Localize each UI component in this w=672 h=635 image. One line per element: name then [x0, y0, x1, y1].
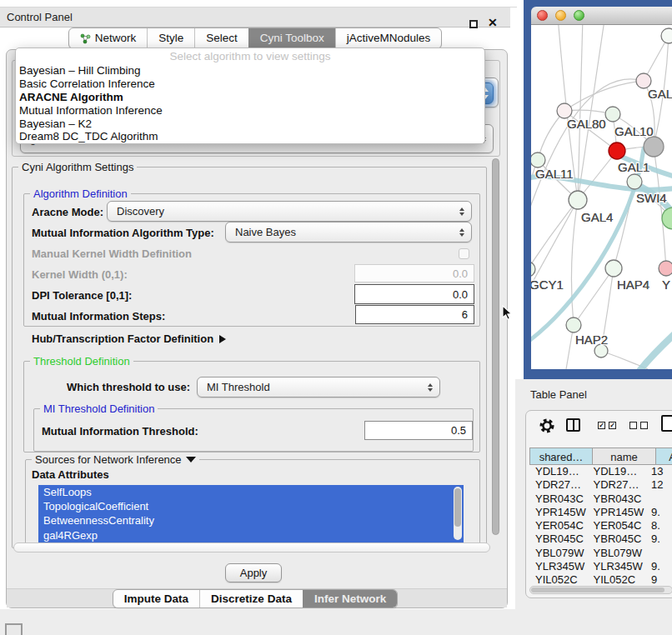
table-row[interactable]: YBR045CYBR045C9.: [529, 532, 672, 546]
attributes-scrollbar[interactable]: [454, 487, 462, 540]
gear-icon[interactable]: [538, 417, 556, 435]
table-header-row: shared…nameA: [529, 448, 672, 465]
node-label: GCY1: [531, 278, 564, 292]
unchecked-pair-icon[interactable]: [629, 422, 648, 429]
data-attributes-list[interactable]: SelfLoopsTopologicalCoefficientBetweenne…: [38, 485, 464, 542]
kernel-width-input[interactable]: [354, 264, 474, 282]
mi-steps-label: Mutual Information Steps:: [32, 310, 165, 322]
which-threshold-value: MI Threshold: [207, 381, 270, 393]
cyni-settings-group-title: Cyni Algorithm Settings: [18, 161, 137, 173]
mi-steps-input[interactable]: [355, 305, 474, 324]
tab-style[interactable]: Style: [147, 28, 194, 48]
zoom-window-icon[interactable]: [574, 10, 584, 21]
algorithm-option[interactable]: Mutual Information Inference: [16, 104, 484, 118]
tab-network[interactable]: Network: [69, 28, 148, 48]
settings-vertical-scrollbar[interactable]: [490, 157, 502, 552]
dpi-tolerance-input[interactable]: [354, 284, 474, 304]
network-node[interactable]: [659, 261, 672, 276]
hub-section-toggle[interactable]: Hub/Transcription Factor Definition: [32, 332, 226, 345]
network-node[interactable]: [531, 152, 545, 168]
column-header-name[interactable]: name: [593, 448, 656, 465]
which-threshold-combobox[interactable]: MI Threshold: [197, 377, 440, 398]
table-cell: YBL079W: [588, 547, 646, 560]
network-node[interactable]: [531, 262, 535, 277]
network-node[interactable]: [566, 318, 581, 332]
algorithm-option[interactable]: Bayesian – Hill Climbing: [16, 64, 484, 78]
attribute-list-item[interactable]: SelfLoops: [38, 485, 464, 499]
table-cell: YLR345W: [588, 560, 646, 573]
column-header-a[interactable]: A: [656, 448, 672, 465]
table-cell: 13: [645, 465, 672, 478]
network-window-titlebar[interactable]: [531, 7, 672, 25]
file-icon[interactable]: [661, 415, 672, 432]
node-label: Y: [662, 278, 670, 292]
network-graph[interactable]: GALGALGAL80GAL80GAL10GAL10GAL1GAL1GAL11G…: [531, 25, 672, 369]
network-node[interactable]: [569, 191, 587, 209]
table-horizontal-scrollbar[interactable]: [529, 586, 672, 594]
network-node[interactable]: [627, 174, 642, 189]
collapsed-panel-icon[interactable]: [5, 623, 23, 635]
apply-button[interactable]: Apply: [225, 563, 282, 582]
table-cell: [645, 547, 672, 560]
aracne-mode-combobox[interactable]: Discovery: [107, 201, 472, 222]
algorithm-option[interactable]: Basic Correlation Inference: [16, 78, 484, 91]
network-node[interactable]: [605, 260, 622, 277]
attribute-list-item[interactable]: gal4RGexp: [38, 528, 464, 542]
aracne-mode-label: Aracne Mode:: [32, 206, 103, 218]
close-window-icon[interactable]: [537, 10, 548, 21]
network-node[interactable]: [661, 28, 672, 43]
mi-type-combobox[interactable]: Naive Bayes: [225, 222, 472, 242]
table-panel-region: Table Panel ✓ ✓ shared…nameA YDL19…YDL19…: [515, 379, 672, 635]
table-row[interactable]: YBR043CYBR043C: [529, 492, 672, 506]
kernel-width-label: Kernel Width (0,1):: [32, 268, 128, 281]
table-row[interactable]: YPR145WYPR145W9.: [529, 506, 672, 519]
chevron-updown-icon: [459, 208, 464, 216]
tab-infer-network[interactable]: Infer Network: [303, 590, 397, 608]
mi-threshold-input[interactable]: [364, 421, 473, 440]
control-panel-tab-bar: NetworkStyleSelectCyni ToolboxjActiveMNo…: [0, 28, 510, 49]
algorithm-option[interactable]: Bayesian – K2: [16, 118, 484, 131]
table-cell: YPR145W: [588, 506, 646, 519]
tab-jactivemnodules[interactable]: jActiveMNodules: [335, 28, 442, 48]
network-edge[interactable]: [538, 111, 564, 160]
settings-horizontal-scrollbar[interactable]: [13, 542, 490, 552]
split-columns-icon[interactable]: [566, 418, 580, 432]
sources-group-title[interactable]: Sources for Network Inference: [32, 453, 199, 466]
tab-discretize-data[interactable]: Discretize Data: [199, 590, 303, 608]
manual-kernel-checkbox[interactable]: [459, 248, 469, 259]
table-row[interactable]: YER054CYER054C8.: [529, 519, 672, 532]
network-node[interactable]: [605, 107, 620, 122]
algorithm-option[interactable]: ARACNE Algorithm: [16, 91, 484, 104]
network-node[interactable]: [662, 208, 672, 229]
tab-cyni-toolbox[interactable]: Cyni Toolbox: [248, 28, 335, 48]
attribute-list-item[interactable]: BetweennessCentrality: [38, 513, 464, 528]
network-canvas[interactable]: GALGALGAL80GAL80GAL10GAL10GAL1GAL1GAL11G…: [531, 25, 672, 369]
network-edge[interactable]: [571, 200, 578, 325]
attribute-list-item[interactable]: TopologicalCoefficient: [38, 499, 464, 513]
tab-select[interactable]: Select: [194, 28, 248, 48]
network-edge[interactable]: [574, 268, 614, 325]
table-row[interactable]: YDR27…YDR27…12: [529, 478, 672, 492]
table-row[interactable]: YBL079WYBL079W: [529, 547, 672, 560]
checked-pair-icon[interactable]: ✓ ✓: [598, 422, 616, 429]
network-edge[interactable]: [564, 81, 644, 111]
mi-threshold-label: Mutual Information Threshold:: [42, 425, 198, 438]
dropdown-placeholder: Select algorithm to view settings: [16, 48, 484, 64]
scrollbar-thumb[interactable]: [492, 158, 499, 535]
node-label: GAL10: [614, 124, 654, 138]
table-cell: 12: [645, 478, 672, 492]
network-node[interactable]: [609, 142, 625, 159]
network-window[interactable]: GALGALGAL80GAL80GAL10GAL10GAL1GAL1GAL11G…: [524, 0, 672, 379]
table-row[interactable]: YLR345WYLR345W9.: [529, 560, 672, 573]
network-node[interactable]: [644, 137, 664, 157]
bottom-strip: [0, 609, 517, 635]
scrollbar-thumb[interactable]: [531, 588, 664, 592]
minimize-window-icon[interactable]: [555, 10, 566, 21]
column-header-shared-[interactable]: shared…: [529, 448, 593, 465]
algorithm-option[interactable]: Dream8 DC_TDC Algorithm: [16, 130, 484, 143]
control-panel-title: Control Panel: [7, 11, 73, 23]
tab-impute-data[interactable]: Impute Data: [113, 590, 199, 608]
network-edge[interactable]: [531, 200, 578, 269]
table-row[interactable]: YDL19…YDL19…13: [529, 465, 672, 478]
algorithm-dropdown-popup: Select algorithm to view settings Bayesi…: [15, 48, 485, 144]
